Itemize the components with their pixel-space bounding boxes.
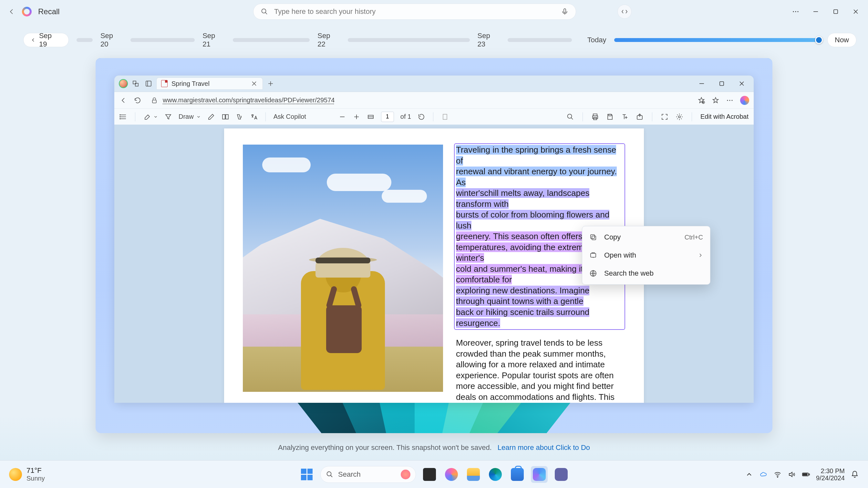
taskbar-clock[interactable]: 2:30 PM 9/24/2024	[816, 467, 845, 482]
workspaces-icon[interactable]	[132, 80, 140, 88]
svg-rect-30	[591, 235, 594, 238]
battery-icon[interactable]	[802, 470, 810, 479]
zoom-in-icon[interactable]	[352, 113, 361, 121]
clock-date: 9/24/2024	[816, 475, 845, 482]
ctx-open-with[interactable]: Open with	[582, 246, 710, 264]
fit-width-icon[interactable]	[367, 113, 375, 121]
add-text-icon[interactable]	[621, 113, 629, 121]
timeline-segment[interactable]	[130, 38, 195, 42]
two-page-icon[interactable]	[221, 113, 229, 121]
clock-time: 2:30 PM	[816, 467, 845, 475]
start-button[interactable]	[299, 466, 315, 483]
store-button[interactable]	[509, 466, 526, 483]
hl-line: winter'schill melts away, landscapes tra…	[456, 188, 589, 209]
globe-icon	[589, 269, 597, 277]
timeline-segment[interactable]	[507, 38, 572, 42]
svg-point-3	[795, 11, 796, 12]
share-icon[interactable]	[636, 113, 644, 121]
collections-icon[interactable]	[712, 97, 719, 104]
zoom-out-icon[interactable]	[338, 113, 346, 121]
notifications-icon[interactable]	[850, 470, 859, 479]
save-icon[interactable]	[606, 113, 614, 121]
new-tab-icon[interactable]	[267, 80, 275, 88]
favorite-star-icon[interactable]	[698, 97, 705, 104]
ctx-search-web[interactable]: Search the web	[582, 264, 710, 283]
timeline-segment[interactable]	[76, 38, 93, 42]
find-icon[interactable]	[566, 113, 574, 121]
copilot-icon[interactable]	[740, 96, 749, 105]
timeline-segment[interactable]	[233, 38, 310, 42]
vertical-tabs-icon[interactable]	[145, 80, 152, 88]
wifi-icon[interactable]	[773, 470, 782, 479]
highlighter-tool[interactable]	[143, 113, 158, 121]
hl-line: resurgence.	[456, 318, 500, 328]
browser-refresh-button[interactable]	[133, 97, 142, 104]
browser-minimize-button[interactable]	[695, 77, 708, 90]
url-text: www.margiestravel.com/springtravelideas/…	[163, 97, 335, 104]
volume-icon[interactable]	[787, 470, 796, 479]
history-search-box[interactable]	[253, 4, 576, 20]
read-aloud-icon[interactable]	[236, 113, 244, 121]
browser-back-button[interactable]	[119, 97, 128, 104]
translate-icon[interactable]	[250, 113, 258, 121]
recall-taskbar-button[interactable]	[531, 466, 548, 483]
svg-point-34	[777, 477, 778, 477]
draw-tool[interactable]: Draw	[179, 113, 201, 120]
profile-avatar[interactable]	[119, 79, 128, 88]
learn-more-link[interactable]: Learn more about Click to Do	[498, 444, 590, 452]
browser-maximize-button[interactable]	[716, 77, 728, 90]
page-number-input[interactable]	[381, 112, 394, 122]
copy-icon	[589, 233, 597, 241]
rotate-icon[interactable]	[417, 113, 425, 121]
maximize-button[interactable]	[829, 4, 843, 19]
tray-expand-icon[interactable]	[745, 470, 753, 479]
more-button[interactable]	[788, 4, 803, 19]
onedrive-icon[interactable]	[759, 470, 768, 479]
edit-with-acrobat-button[interactable]: Edit with Acrobat	[701, 113, 748, 120]
chevron-left-icon	[31, 37, 36, 42]
file-explorer-button[interactable]	[465, 466, 482, 483]
browser-close-button[interactable]	[736, 77, 748, 90]
microphone-icon[interactable]	[561, 8, 569, 15]
weather-widget[interactable]: 71°F Sunny	[9, 467, 45, 482]
taskbar-search[interactable]: Search	[320, 466, 416, 483]
search-input[interactable]	[274, 7, 555, 16]
settings-icon[interactable]	[676, 113, 683, 121]
svg-point-12	[727, 100, 728, 101]
fullscreen-icon[interactable]	[661, 113, 669, 121]
task-view-button[interactable]	[421, 466, 438, 483]
svg-rect-29	[592, 236, 596, 240]
timeline-now-pill[interactable]: Now	[827, 33, 857, 47]
browser-tab[interactable]: Spring Travel	[156, 77, 263, 90]
search-highlight-icon	[401, 469, 410, 479]
body-paragraph[interactable]: Moreover, spring travel tends to be less…	[456, 337, 625, 403]
hl-line: Traveling in the spring brings a fresh s…	[456, 145, 616, 166]
timeline-segment[interactable]	[348, 38, 470, 42]
teams-button[interactable]	[553, 466, 569, 483]
close-button[interactable]	[848, 4, 863, 19]
svg-point-0	[262, 9, 266, 13]
weather-temp: 71°F	[27, 467, 45, 475]
print-icon[interactable]	[591, 113, 599, 121]
draw-label: Draw	[179, 113, 194, 120]
back-button[interactable]	[8, 8, 16, 15]
edge-button[interactable]	[487, 466, 504, 483]
minimize-button[interactable]	[809, 4, 823, 19]
task-view-icon	[423, 468, 436, 481]
contents-icon[interactable]	[120, 113, 127, 121]
filter-icon[interactable]	[164, 113, 172, 121]
timeline-thumb[interactable]	[815, 36, 823, 44]
tab-close-icon[interactable]	[250, 80, 258, 88]
address-bar[interactable]: www.margiestravel.com/springtravelideas/…	[147, 94, 692, 106]
ctx-copy[interactable]: Copy Ctrl+C	[582, 228, 710, 246]
timeline-today-segment[interactable]	[614, 38, 820, 42]
timeline-prev-date-pill[interactable]: Sep 19	[23, 33, 69, 47]
ai-actions-button[interactable]	[617, 4, 631, 19]
svg-point-16	[120, 117, 120, 117]
timeline-date: Sep 21	[203, 32, 225, 48]
ask-copilot-button[interactable]: Ask Copilot	[274, 113, 306, 120]
svg-rect-9	[720, 82, 724, 86]
erase-icon[interactable]	[207, 113, 215, 121]
browser-more-icon[interactable]	[726, 97, 734, 104]
copilot-taskbar-button[interactable]	[443, 466, 460, 483]
